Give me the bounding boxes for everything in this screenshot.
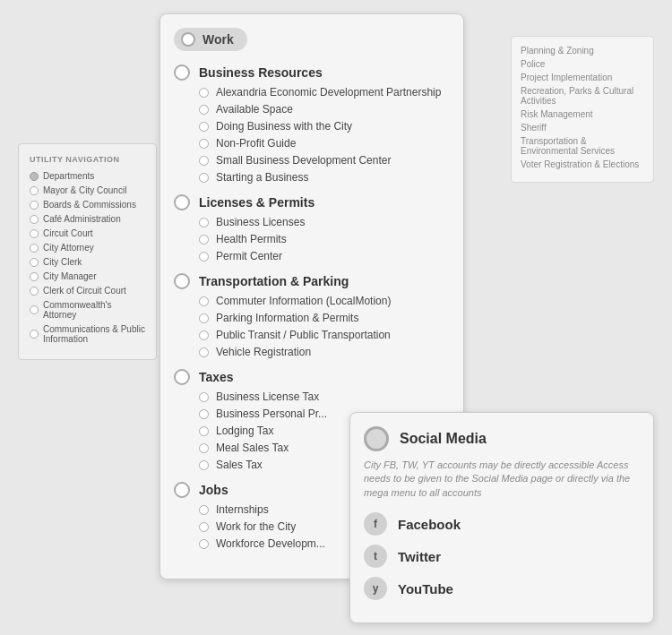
radio-icon — [30, 258, 39, 267]
right-panel-item[interactable]: Recreation, Parks & Cultural Activities — [521, 86, 644, 106]
item-radio-icon — [199, 156, 209, 166]
item-radio-icon — [199, 296, 209, 306]
social-item[interactable]: tTwitter — [364, 545, 640, 568]
facebook-icon: f — [364, 512, 387, 536]
radio-icon — [30, 305, 39, 314]
list-item[interactable]: Business License Tax — [199, 390, 450, 403]
item-label: Non-Profit Guide — [216, 137, 296, 150]
right-panel-item[interactable]: Project Implementation — [521, 73, 644, 82]
item-label: Vehicle Registration — [216, 346, 311, 358]
section-header[interactable]: Business Resources — [174, 64, 450, 81]
utility-nav-item-label: City Manager — [43, 271, 96, 281]
utility-nav-item-label: City Attorney — [43, 243, 94, 253]
item-label: Available Space — [216, 103, 293, 116]
radio-icon — [30, 330, 39, 339]
item-radio-icon — [199, 330, 209, 340]
social-item[interactable]: yYouTube — [364, 577, 640, 600]
section: Licenses & PermitsBusiness LicensesHealt… — [174, 194, 450, 262]
item-radio-icon — [199, 252, 209, 262]
right-panel-item[interactable]: Police — [521, 59, 644, 69]
utility-nav-panel: UTILITY NAVIGATION DepartmentsMayor & Ci… — [18, 143, 157, 360]
item-label: Sales Tax — [216, 459, 263, 471]
social-header: Social Media — [364, 426, 640, 451]
utility-nav-item[interactable]: City Clerk — [30, 257, 145, 267]
utility-nav-item[interactable]: Café Administration — [30, 214, 145, 224]
section-title: Transportation & Parking — [199, 274, 349, 288]
social-items-container: fFacebooktTwitteryYouTube — [364, 512, 640, 600]
section-radio-icon — [174, 273, 190, 289]
radio-icon — [30, 172, 39, 181]
right-panel-item[interactable]: Transportation & Environmental Services — [521, 136, 644, 156]
item-radio-icon — [199, 122, 209, 132]
list-item[interactable]: Commuter Information (LocalMotion) — [199, 295, 450, 307]
item-label: Business License Tax — [216, 390, 319, 403]
item-label: Starting a Business — [216, 171, 308, 184]
radio-icon — [30, 215, 39, 224]
list-item[interactable]: Vehicle Registration — [199, 346, 450, 358]
work-tab-radio — [181, 32, 195, 47]
section-title: Business Resources — [199, 65, 323, 80]
list-item[interactable]: Permit Center — [199, 250, 450, 262]
list-item[interactable]: Non-Profit Guide — [199, 137, 450, 150]
right-panel: Planning & ZoningPoliceProject Implement… — [511, 36, 654, 183]
right-panel-item[interactable]: Risk Management — [521, 109, 644, 119]
section-radio-icon — [174, 194, 190, 210]
section-radio-icon — [174, 369, 190, 385]
item-radio-icon — [199, 139, 209, 149]
right-panel-item[interactable]: Sheriff — [521, 123, 644, 133]
radio-icon — [30, 244, 39, 253]
social-item[interactable]: fFacebook — [364, 512, 640, 536]
radio-icon — [30, 201, 39, 210]
item-radio-icon — [199, 409, 209, 419]
utility-nav-item[interactable]: Mayor & City Council — [30, 185, 145, 195]
utility-nav-item[interactable]: Clerk of Circuit Court — [30, 286, 145, 296]
radio-icon — [30, 229, 39, 238]
list-item[interactable]: Available Space — [199, 103, 450, 116]
social-description: City FB, TW, YT accounts may be directly… — [364, 459, 640, 500]
item-label: Meal Sales Tax — [216, 442, 289, 454]
list-item[interactable]: Alexandria Economic Development Partners… — [199, 86, 450, 99]
right-panel-item[interactable]: Planning & Zoning — [521, 46, 644, 56]
utility-nav-item-label: Communications & Public Information — [43, 324, 145, 344]
list-item[interactable]: Public Transit / Public Transportation — [199, 329, 450, 341]
item-label: Workforce Developm... — [216, 537, 325, 550]
radio-icon — [30, 287, 39, 296]
section-header[interactable]: Licenses & Permits — [174, 194, 450, 210]
item-radio-icon — [199, 235, 209, 245]
item-label: Parking Information & Permits — [216, 312, 358, 324]
utility-nav-item-label: Mayor & City Council — [43, 185, 126, 195]
utility-nav-item[interactable]: Boards & Commissions — [30, 200, 145, 210]
section-radio-icon — [174, 64, 190, 81]
item-label: Public Transit / Public Transportation — [216, 329, 391, 341]
section-items: Commuter Information (LocalMotion)Parkin… — [174, 295, 450, 358]
section-items: Business LicensesHealth PermitsPermit Ce… — [174, 216, 450, 262]
utility-nav-item[interactable]: Circuit Court — [30, 228, 145, 238]
list-item[interactable]: Doing Business with the City — [199, 120, 450, 133]
item-radio-icon — [199, 105, 209, 115]
utility-nav-item-label: Boards & Commissions — [43, 200, 136, 210]
section-header[interactable]: Taxes — [174, 369, 450, 385]
item-label: Health Permits — [216, 233, 287, 245]
section-title: Taxes — [199, 370, 234, 384]
list-item[interactable]: Small Business Development Center — [199, 154, 450, 167]
list-item[interactable]: Business Licenses — [199, 216, 450, 228]
list-item[interactable]: Health Permits — [199, 233, 450, 245]
utility-nav-item[interactable]: Commonwealth's Attorney — [30, 300, 145, 320]
item-label: Lodging Tax — [216, 425, 274, 437]
utility-nav-item[interactable]: Communications & Public Information — [30, 324, 145, 344]
section-header[interactable]: Transportation & Parking — [174, 273, 450, 289]
section: Transportation & ParkingCommuter Informa… — [174, 273, 450, 358]
right-panel-item[interactable]: Voter Registration & Elections — [521, 159, 644, 169]
list-item[interactable]: Parking Information & Permits — [199, 312, 450, 324]
utility-nav-item[interactable]: City Manager — [30, 271, 145, 281]
utility-nav-item[interactable]: Departments — [30, 171, 145, 181]
utility-nav-item-label: City Clerk — [43, 257, 82, 267]
utility-nav-item-label: Clerk of Circuit Court — [43, 286, 126, 296]
section-title: Jobs — [199, 483, 228, 497]
list-item[interactable]: Starting a Business — [199, 171, 450, 184]
work-tab[interactable]: Work — [174, 28, 247, 51]
utility-nav-items: DepartmentsMayor & City CouncilBoards & … — [30, 171, 145, 344]
item-radio-icon — [199, 392, 209, 402]
utility-nav-item[interactable]: City Attorney — [30, 243, 145, 253]
social-item-label: Facebook — [398, 517, 461, 532]
